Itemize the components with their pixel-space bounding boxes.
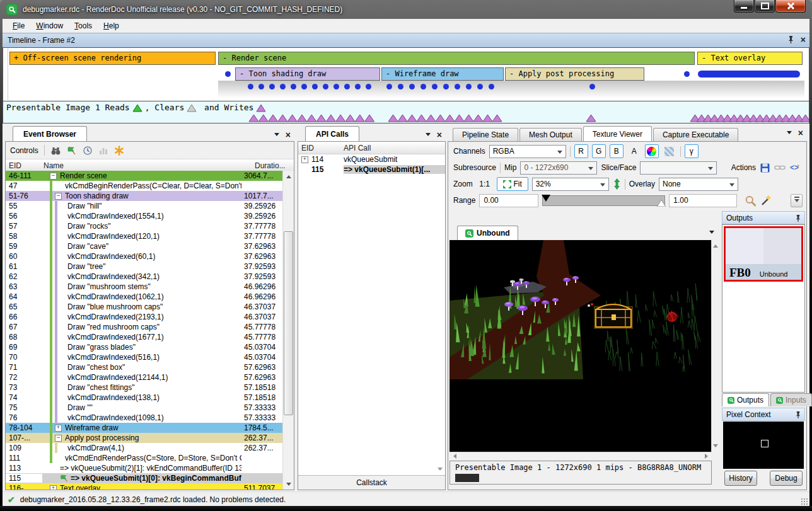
scroll-up-button[interactable] (283, 171, 294, 181)
event-row[interactable]: 47vkCmdBeginRenderPass(C=Clear, D=Clear,… (6, 181, 283, 191)
event-row[interactable]: 67Draw "red mushroom caps"45.77778 (6, 322, 283, 332)
drawcall-dot[interactable] (334, 84, 339, 89)
drawcall-capsule[interactable] (698, 71, 800, 78)
chevron-down-icon[interactable] (787, 131, 792, 137)
drawcall-dot[interactable] (366, 84, 371, 89)
event-row[interactable]: 60vkCmdDrawIndexed(60,1)37.62963 (6, 251, 283, 261)
event-row[interactable]: 76vkCmdDrawIndexed(1098,1)57.33333 (6, 413, 283, 423)
event-row[interactable]: 73Draw "chest fittings"57.18518 (6, 382, 283, 393)
overlay-combo[interactable]: None (659, 178, 738, 191)
api-row[interactable]: +114vkQueueSubmit (298, 154, 445, 164)
event-row[interactable]: 59Draw "cave"37.62963 (6, 241, 283, 251)
expand-box[interactable]: – (55, 435, 62, 442)
texture-horizontal-scrollbar[interactable] (450, 452, 712, 459)
mip-combo[interactable]: 0 - 1272x690 (520, 161, 597, 175)
scrollbar-thumb[interactable] (284, 231, 293, 415)
zoom-fit-button[interactable]: Fit (497, 177, 528, 191)
clock-icon[interactable] (83, 146, 93, 156)
expand-box[interactable]: + (301, 156, 308, 163)
expand-box[interactable]: – (55, 193, 62, 200)
autofit-wand-icon[interactable] (760, 195, 772, 207)
pin-icon[interactable] (795, 214, 801, 222)
output-fb0-thumbnail[interactable]: FB0 Unbound (724, 226, 803, 282)
timeline-marker-bar[interactable]: - Toon shading draw (235, 67, 380, 81)
drawcall-dot[interactable] (323, 84, 328, 89)
tab-unbound-texture[interactable]: Unbound (457, 226, 518, 240)
event-row[interactable]: 116-...+Text overlay511.7037 (6, 483, 283, 490)
event-row[interactable]: 55Draw "hill"39.25926 (6, 201, 283, 211)
event-row[interactable]: 51-76–Toon shading draw1017.7... (6, 191, 283, 201)
column-api-call[interactable]: API Call (344, 144, 445, 152)
drawcall-dot[interactable] (420, 84, 426, 89)
drawcall-dot[interactable] (466, 84, 472, 89)
event-row[interactable]: 107-...–Apply post processing262.37... (6, 433, 283, 443)
event-row[interactable]: 64vkCmdDrawIndexed(1062,1)46.96296 (6, 292, 283, 302)
api-calls-close-icon[interactable]: × (437, 131, 442, 139)
expand-box[interactable]: – (50, 173, 57, 180)
minimize-button[interactable] (734, 0, 754, 13)
column-name[interactable]: Name (42, 161, 252, 170)
event-row[interactable]: 63Draw "mushroom stems"46.96296 (6, 282, 283, 292)
callstack-collapse-icon[interactable] (438, 466, 443, 473)
event-row[interactable]: 71Draw "chest box"57.62963 (6, 362, 283, 372)
channels-combo[interactable]: RGBA (489, 145, 566, 158)
column-duration[interactable]: Duratio... (252, 161, 294, 170)
checker-backdrop-button[interactable] (663, 144, 676, 158)
tab-capture-executable[interactable]: Capture Executable (653, 128, 738, 141)
gamma-button[interactable]: γ (685, 144, 699, 158)
column-eid[interactable]: EID (6, 161, 42, 170)
tab-inputs[interactable]: Inputs (770, 393, 812, 406)
event-browser-close-icon[interactable]: × (286, 131, 291, 139)
tab-pipeline-state[interactable]: Pipeline State (453, 128, 518, 141)
range-zoom-icon[interactable] (745, 195, 757, 207)
event-row[interactable]: 68vkCmdDrawIndexed(1677,1)45.77778 (6, 332, 283, 342)
channel-a-button[interactable]: A (627, 144, 641, 158)
event-row[interactable]: 75Draw ""57.33333 (6, 403, 283, 413)
debug-button[interactable]: Debug (770, 471, 803, 486)
drawcall-dot[interactable] (589, 84, 595, 89)
close-button[interactable] (775, 0, 806, 13)
texture-image-view[interactable] (450, 240, 712, 452)
api-row[interactable]: 115=> vkQueueSubmit(1)[... (298, 164, 445, 175)
timeline-marker-bar[interactable]: - Wireframe draw (381, 67, 504, 81)
maximize-button[interactable] (755, 0, 775, 13)
drawcall-dot[interactable] (455, 84, 460, 89)
drawcall-dot[interactable] (312, 84, 318, 89)
channel-g-button[interactable]: G (592, 144, 606, 158)
drawcall-dot[interactable] (355, 84, 361, 89)
event-row[interactable]: 78-104+Wireframe draw1784.5... (6, 423, 283, 433)
zoom-level-combo[interactable]: 32% (532, 178, 609, 191)
event-row[interactable]: 113=> vkQueueSubmit(2)[1]: vkEndCommandB… (6, 463, 283, 473)
zoom-1to1-button[interactable]: 1:1 (477, 177, 493, 191)
drawcall-dot[interactable] (386, 84, 392, 89)
expand-box[interactable]: + (50, 485, 57, 490)
event-row[interactable]: 111vkCmdEndRenderPass(C=Store, D=Store, … (6, 453, 283, 463)
range-white-handle[interactable] (657, 200, 666, 207)
settings-asterisk-icon[interactable] (114, 146, 124, 156)
drawcall-dot[interactable] (344, 84, 350, 89)
menu-item-file[interactable]: File (8, 20, 30, 32)
resize-grip[interactable] (801, 498, 808, 505)
drawcall-dot[interactable] (269, 84, 275, 89)
save-icon[interactable] (760, 163, 770, 173)
tab-api-calls[interactable]: API Calls (305, 126, 359, 141)
event-row[interactable]: 62vkCmdDrawIndexed(342,1)37.92593 (6, 272, 283, 282)
channel-b-button[interactable]: B (610, 144, 624, 158)
chevron-down-icon[interactable] (709, 231, 714, 236)
timeline-close-icon[interactable]: × (801, 36, 806, 43)
tab-mesh-output[interactable]: Mesh Output (519, 128, 582, 141)
drawcall-dot[interactable] (301, 84, 307, 89)
history-button[interactable]: History (724, 471, 757, 486)
callstack-footer[interactable]: Callstack (298, 475, 445, 490)
flip-y-icon[interactable] (613, 178, 621, 190)
event-row[interactable]: 69Draw "grass blades"45.03704 (6, 342, 283, 352)
drawcall-dot[interactable] (258, 84, 264, 89)
event-row[interactable]: 57Draw "rocks"37.77778 (6, 221, 283, 231)
bookmark-flag-icon[interactable] (67, 146, 77, 156)
event-row[interactable]: 74vkCmdDrawIndexed(138,1)57.18518 (6, 393, 283, 403)
drawcall-dot[interactable] (489, 84, 494, 89)
drawcall-dot[interactable] (684, 71, 690, 77)
toolbar-overflow-button[interactable] (791, 194, 803, 207)
event-row[interactable]: 65Draw "blue mushroom caps"46.37037 (6, 302, 283, 312)
event-browser-scrollbar[interactable] (282, 171, 294, 490)
